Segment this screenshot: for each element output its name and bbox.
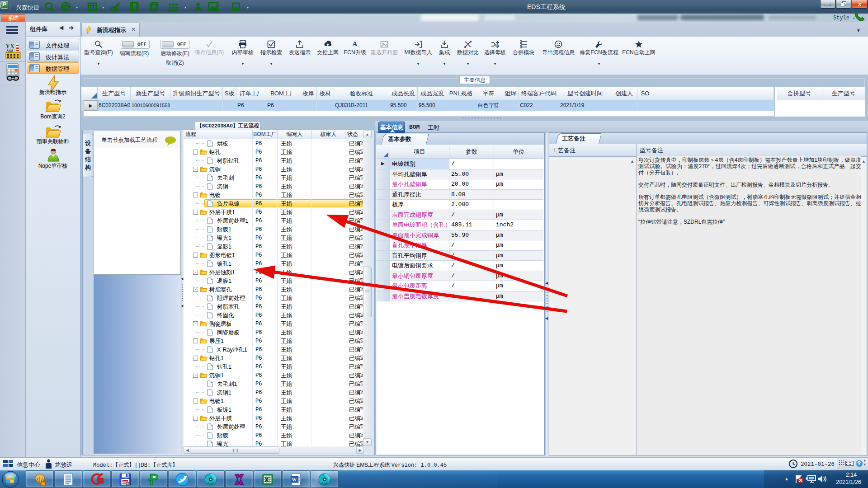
svg-text:64: 64 — [127, 482, 129, 485]
svg-text:YX: YX — [5, 43, 14, 50]
svg-text:W: W — [292, 477, 297, 482]
